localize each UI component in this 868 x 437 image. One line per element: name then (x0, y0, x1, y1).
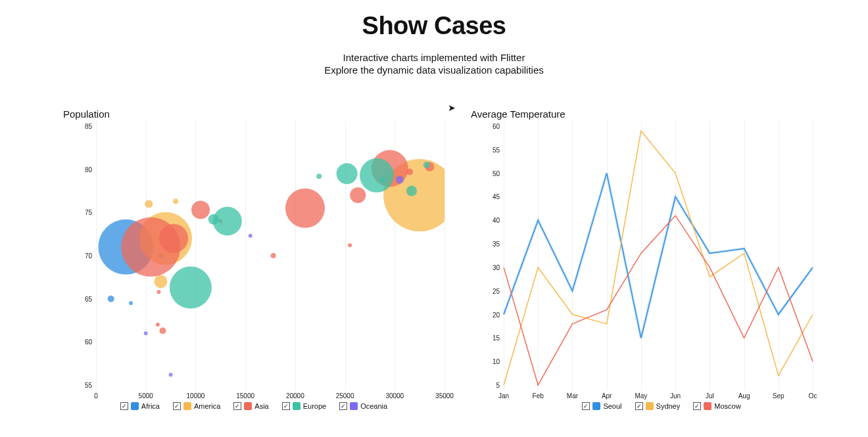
x-tick: Oc (809, 392, 817, 400)
legend-label: Moscow (714, 402, 740, 410)
legend-swatch (350, 402, 358, 410)
legend-item-seoul[interactable]: ✓Seoul (582, 402, 621, 410)
charts-row: Population 55606570758085050001000015000… (0, 76, 868, 410)
legend-checkbox[interactable]: ✓ (582, 402, 590, 410)
temperature-chart-panel[interactable]: Average Temperature 51015202530354045505… (471, 108, 852, 410)
bubble-point[interactable] (169, 373, 173, 377)
x-tick: Jan (498, 392, 509, 400)
x-tick: 0 (94, 392, 98, 400)
bubble-point[interactable] (337, 163, 358, 184)
x-tick: Aug (738, 392, 750, 400)
legend-item-europe[interactable]: ✓Europe (282, 402, 326, 410)
bubble-point[interactable] (157, 290, 160, 294)
x-tick: 30000 (385, 392, 404, 400)
bubble-point[interactable] (191, 200, 210, 219)
legend-swatch (293, 402, 301, 410)
x-tick: 35000 (435, 392, 454, 400)
legend-label: Europe (303, 402, 326, 410)
x-tick: 20000 (286, 392, 304, 400)
legend-label: Africa (141, 402, 160, 410)
bubble-point[interactable] (350, 187, 366, 203)
bubble-point[interactable] (108, 296, 114, 302)
legend-checkbox[interactable]: ✓ (233, 402, 241, 410)
legend-checkbox[interactable]: ✓ (693, 402, 701, 410)
population-chart-panel[interactable]: Population 55606570758085050001000015000… (63, 108, 445, 410)
legend-checkbox[interactable]: ✓ (635, 402, 643, 410)
bubble-point[interactable] (154, 275, 167, 288)
bubble-point[interactable] (423, 162, 430, 168)
bubble-point[interactable] (145, 200, 153, 208)
legend-swatch (592, 402, 600, 410)
legend-swatch (244, 402, 252, 410)
legend-swatch (646, 402, 654, 410)
legend-label: Sydney (656, 402, 681, 410)
bubble-point[interactable] (208, 214, 219, 225)
population-plot-area[interactable]: 5560657075808505000100001500020000250003… (76, 121, 445, 390)
legend-item-sydney[interactable]: ✓Sydney (635, 402, 681, 410)
bubble-point[interactable] (406, 186, 417, 196)
line-series-seoul[interactable] (504, 173, 813, 338)
legend-item-oceania[interactable]: ✓Oceania (339, 402, 387, 410)
bubble-point[interactable] (173, 198, 178, 204)
line-series-sydney[interactable] (504, 131, 813, 385)
bubble-point[interactable] (159, 224, 188, 253)
bubble-point[interactable] (249, 234, 253, 238)
legend-label: Oceania (360, 402, 387, 410)
x-tick: 10000 (187, 392, 205, 400)
x-tick: Feb (533, 392, 544, 400)
population-chart-title: Population (63, 108, 445, 120)
x-tick: May (635, 392, 647, 400)
x-tick: 25000 (336, 392, 354, 400)
legend-item-moscow[interactable]: ✓Moscow (693, 402, 740, 410)
page-title: Show Cases (0, 12, 868, 40)
bubble-point[interactable] (271, 253, 276, 258)
subtitle-line-2: Explore the dynamic data visualization c… (0, 64, 868, 76)
legend-label: Asia (254, 402, 268, 410)
bubble-point[interactable] (129, 301, 133, 305)
subtitle-line-1: Interactive charts implemented with Flit… (0, 52, 868, 63)
bubble-point[interactable] (144, 331, 148, 335)
bubble-point[interactable] (380, 177, 385, 182)
bubble-point[interactable] (406, 169, 413, 175)
x-tick: Sep (773, 392, 784, 400)
x-tick: Jul (706, 392, 714, 400)
temperature-legend: ✓Seoul✓Sydney✓Moscow (471, 402, 852, 410)
bubble-point[interactable] (360, 158, 394, 193)
legend-label: Seoul (603, 402, 621, 410)
x-tick: Apr (602, 392, 612, 400)
x-tick: 5000 (139, 392, 153, 400)
legend-checkbox[interactable]: ✓ (120, 402, 128, 410)
bubble-point[interactable] (396, 175, 404, 183)
x-tick: Mar (567, 392, 578, 400)
legend-checkbox[interactable]: ✓ (282, 402, 290, 410)
legend-item-asia[interactable]: ✓Asia (233, 402, 268, 410)
population-legend: ✓Africa✓America✓Asia✓Europe✓Oceania (63, 402, 445, 410)
bubble-point[interactable] (156, 323, 160, 327)
page-header: Show Cases Interactive charts implemente… (0, 0, 868, 76)
legend-checkbox[interactable]: ✓ (173, 402, 181, 410)
bubble-point[interactable] (285, 189, 325, 228)
legend-item-america[interactable]: ✓America (173, 402, 220, 410)
temperature-plot-area[interactable]: 51015202530354045505560JanFebMarAprMayJu… (484, 121, 852, 390)
x-tick: Jun (670, 392, 681, 400)
temperature-chart-title: Average Temperature (471, 108, 852, 120)
bubble-point[interactable] (170, 267, 212, 309)
legend-swatch (704, 402, 711, 410)
legend-swatch (183, 402, 191, 410)
x-tick: 15000 (236, 392, 254, 400)
line-series-moscow[interactable] (504, 216, 813, 385)
legend-swatch (131, 402, 139, 410)
legend-item-africa[interactable]: ✓Africa (120, 402, 160, 410)
legend-label: America (194, 402, 220, 410)
legend-checkbox[interactable]: ✓ (339, 402, 347, 410)
bubble-point[interactable] (159, 327, 166, 334)
bubble-point[interactable] (316, 173, 322, 179)
bubble-point[interactable] (348, 243, 352, 247)
